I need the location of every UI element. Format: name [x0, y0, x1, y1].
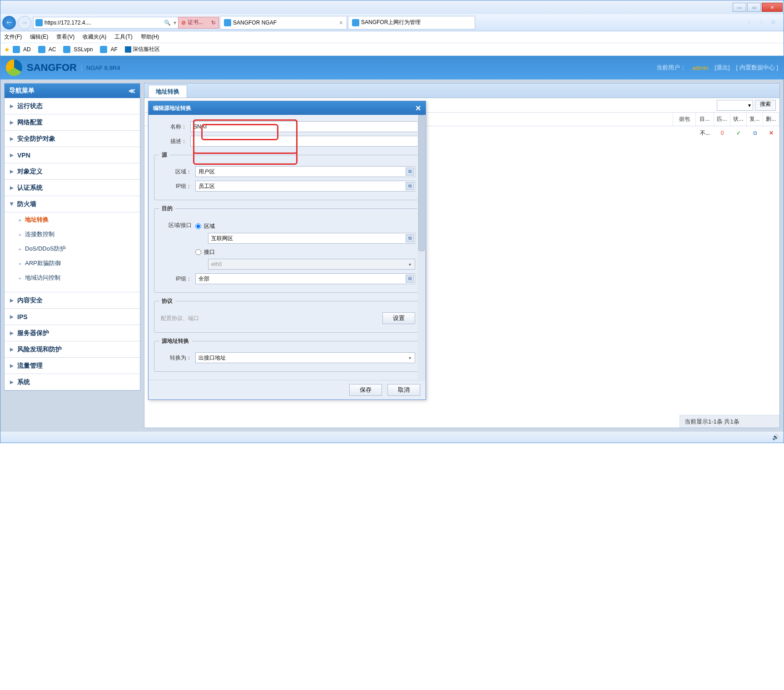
main-area: 导航菜单 ≪ ▶运行状态 ▶网络配置 ▶安全防护对象 ▶VPN ▶对象定义 ▶认…: [0, 79, 784, 432]
settings-button[interactable]: 设置: [382, 312, 415, 324]
speaker-icon[interactable]: 🔊: [772, 434, 779, 440]
close-dialog-icon[interactable]: ✕: [415, 104, 421, 113]
menu-tools[interactable]: 工具(T): [114, 33, 132, 41]
menu-help[interactable]: 帮助(H): [141, 33, 159, 41]
nav-traffic-mgmt[interactable]: ▶流量管理: [5, 358, 140, 374]
name-input[interactable]: SNAT: [190, 121, 420, 132]
nav-auth-system[interactable]: ▶认证系统: [5, 180, 140, 196]
nav-firewall[interactable]: ▶防火墙: [5, 196, 140, 212]
input-value: 用户区: [198, 168, 215, 176]
nav-runtime-status[interactable]: ▶运行状态: [5, 98, 140, 114]
th-copy: 复...: [747, 113, 763, 126]
browser-tab-1[interactable]: SANGFOR NGAF ×: [220, 16, 347, 30]
close-tab-icon[interactable]: ×: [339, 19, 343, 26]
search-icon[interactable]: 🔍: [164, 20, 171, 26]
data-center-link[interactable]: [ 内置数据中心 ]: [736, 64, 778, 72]
radio-zone[interactable]: [195, 223, 201, 229]
home-icon[interactable]: ⌂: [747, 19, 754, 26]
bookmark-af[interactable]: AF: [100, 46, 117, 53]
nav-label: 流量管理: [17, 362, 43, 370]
dropdown-icon[interactable]: ▾: [174, 20, 176, 26]
bookmark-ad[interactable]: AD: [13, 46, 31, 53]
bookmark-sslvpn[interactable]: SSLvpn: [63, 46, 93, 53]
desc-label: 描述：: [154, 138, 190, 145]
search-button[interactable]: 搜索: [755, 100, 776, 111]
save-button[interactable]: 保存: [349, 384, 382, 396]
collapse-sidebar-icon[interactable]: ≪: [129, 87, 135, 94]
subnav-label: 连接数控制: [25, 230, 55, 238]
nav-security-objects[interactable]: ▶安全防护对象: [5, 131, 140, 147]
subnav-arp[interactable]: ▸ARP欺骗防御: [5, 256, 140, 271]
subnav-geo[interactable]: ▸地域访问控制: [5, 271, 140, 285]
bookmark-ac[interactable]: AC: [38, 46, 56, 53]
nav-server-protect[interactable]: ▶服务器保护: [5, 325, 140, 341]
source-zone-input[interactable]: 用户区⧉: [195, 166, 415, 177]
forward-button[interactable]: →: [18, 16, 31, 30]
minimize-button[interactable]: —: [733, 3, 746, 12]
nav-object-define[interactable]: ▶对象定义: [5, 163, 140, 180]
ie-icon: [352, 19, 359, 26]
picker-icon[interactable]: ⧉: [406, 275, 414, 283]
subnav-nat[interactable]: ▸地址转换: [5, 212, 140, 227]
tab-strip: 地址转换: [144, 84, 779, 98]
bookmark-community[interactable]: 深信服社区: [125, 45, 160, 53]
star-icon[interactable]: ★: [4, 46, 10, 53]
convert-input[interactable]: 出接口地址▾: [195, 352, 415, 363]
input-value: SNAT: [194, 123, 208, 130]
address-bar[interactable]: https://172.172.4.... 🔍 ▾: [33, 17, 179, 29]
current-user-label: 当前用户：: [656, 64, 686, 72]
nav-risk-discovery[interactable]: ▶风险发现和防护: [5, 341, 140, 358]
picker-icon[interactable]: ⧉: [406, 168, 414, 176]
nav-content-security[interactable]: ▶内容安全: [5, 292, 140, 309]
menu-edit[interactable]: 编辑(E): [30, 33, 48, 41]
favorites-icon[interactable]: ☆: [759, 19, 766, 26]
logout-link[interactable]: [退出]: [715, 64, 729, 72]
content-tab-nat[interactable]: 地址转换: [148, 85, 187, 98]
picker-icon[interactable]: ⧉: [406, 234, 414, 242]
copy-icon[interactable]: ⧉: [747, 126, 763, 140]
bookmark-label: AD: [23, 46, 31, 53]
input-value: 出接口地址: [198, 354, 226, 362]
subnav-label: ARP欺骗防御: [25, 259, 61, 267]
subnav-dos[interactable]: ▸DoS/DDoS防护: [5, 242, 140, 256]
refresh-icon[interactable]: ↻: [211, 20, 216, 26]
snat-legend: 源地址转换: [159, 337, 192, 345]
scrollbar-thumb[interactable]: [418, 115, 425, 251]
subnav-label: DoS/DDoS防护: [25, 245, 66, 253]
dest-legend: 目的: [159, 205, 175, 212]
cancel-button[interactable]: 取消: [387, 384, 420, 396]
subnav-label: 地域访问控制: [25, 274, 60, 282]
source-ipgroup-input[interactable]: 员工区⧉: [195, 181, 415, 192]
radio-iface-row[interactable]: 接口: [195, 248, 415, 256]
dest-ipgroup-input[interactable]: 全部⧉: [195, 273, 415, 284]
certificate-error[interactable]: ⊘ 证书... ↻: [178, 17, 219, 29]
nav-system[interactable]: ▶系统: [5, 374, 140, 390]
radio-zone-row[interactable]: 区域: [195, 222, 415, 230]
menu-view[interactable]: 查看(V): [56, 33, 74, 41]
radio-interface[interactable]: [195, 249, 201, 255]
nav-label: 网络配置: [17, 118, 43, 127]
url-text: https://172.172.4....: [45, 20, 91, 26]
picker-icon[interactable]: ⧉: [406, 182, 414, 190]
content-panel: 地址转换 ▾ 搜索 据包 目... 匹... 状... 复... 删... 不.…: [144, 83, 780, 428]
dest-zone-input[interactable]: 互联网区⧉: [208, 233, 415, 244]
menu-favorites[interactable]: 收藏夹(A): [83, 33, 106, 41]
close-window-button[interactable]: ✕: [762, 3, 783, 12]
maximize-button[interactable]: ▭: [747, 3, 761, 12]
app-header: SANGFOR NGAF 6.9R4 当前用户： admin [退出] [ 内置…: [0, 56, 784, 79]
desc-input[interactable]: [190, 136, 420, 147]
nav-vpn[interactable]: ▶VPN: [5, 147, 140, 163]
nav-network-config[interactable]: ▶网络配置: [5, 114, 140, 131]
menu-file[interactable]: 文件(F): [4, 33, 22, 41]
back-button[interactable]: ←: [2, 16, 16, 30]
filter-combo[interactable]: ▾: [717, 100, 753, 111]
chevron-down-icon[interactable]: ▾: [406, 354, 414, 362]
gear-icon[interactable]: ⚙: [771, 19, 778, 26]
nav-ips[interactable]: ▶IPS: [5, 309, 140, 325]
name-label: 名称：: [154, 123, 190, 131]
bookmark-label: 深信服社区: [133, 45, 160, 53]
delete-icon[interactable]: ✕: [763, 126, 779, 140]
subnav-conn-control[interactable]: ▸连接数控制: [5, 227, 140, 242]
browser-tab-2[interactable]: SANGFOR上网行为管理: [348, 16, 475, 30]
dialog-scrollbar[interactable]: [417, 115, 426, 381]
